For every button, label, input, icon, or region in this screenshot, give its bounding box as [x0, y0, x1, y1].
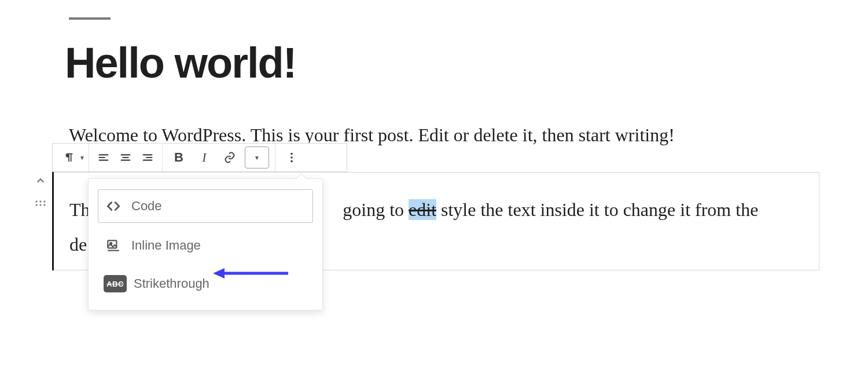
- svg-point-16: [290, 156, 293, 159]
- svg-point-17: [290, 160, 293, 163]
- post-title[interactable]: Hello world!: [65, 38, 296, 87]
- svg-point-2: [43, 200, 45, 202]
- svg-point-1: [39, 200, 41, 202]
- title-divider: [69, 17, 111, 20]
- para-text-seg: Th: [69, 199, 90, 220]
- block-options-button[interactable]: [279, 145, 304, 170]
- menu-item-label: Code: [131, 199, 162, 214]
- align-left-button[interactable]: [93, 145, 115, 170]
- menu-item-inline-image[interactable]: Inline Image: [98, 229, 313, 262]
- svg-marker-22: [213, 268, 225, 279]
- move-up-button[interactable]: [32, 175, 49, 187]
- menu-item-code[interactable]: Code: [98, 189, 313, 223]
- svg-point-4: [39, 204, 41, 206]
- para-text-seg: going to: [343, 199, 409, 220]
- link-button[interactable]: [217, 145, 242, 170]
- inline-image-icon: [104, 236, 123, 255]
- block-type-paragraph-button[interactable]: [56, 145, 82, 170]
- align-right-button[interactable]: [137, 145, 159, 170]
- drag-handle[interactable]: [32, 197, 49, 209]
- block-mover: [32, 175, 49, 209]
- block-selected-indicator: [52, 172, 54, 270]
- svg-point-5: [43, 204, 45, 206]
- block-toolbar: ▼ B I ▼: [52, 143, 347, 172]
- svg-point-3: [35, 204, 37, 206]
- menu-item-label: Strikethrough: [134, 276, 209, 291]
- para-text-seg: style the text inside it to change it fr…: [436, 199, 758, 220]
- chevron-down-icon: ▼: [254, 155, 260, 161]
- menu-item-label: Inline Image: [131, 238, 201, 253]
- more-formats-dropdown-menu: Code Inline Image ABC Strikethrough: [88, 178, 323, 310]
- para-text-seg: de: [69, 234, 87, 255]
- selected-strikethrough-text: edit: [409, 199, 436, 220]
- more-formats-dropdown-button[interactable]: ▼: [245, 146, 269, 168]
- align-center-button[interactable]: [115, 145, 137, 170]
- code-icon: [104, 196, 123, 216]
- block-type-caret-icon: ▼: [79, 155, 85, 161]
- italic-button[interactable]: I: [192, 145, 217, 170]
- annotation-arrow: [213, 266, 289, 281]
- bold-button[interactable]: B: [166, 145, 192, 170]
- svg-point-0: [35, 200, 37, 202]
- svg-point-15: [290, 153, 293, 155]
- strikethrough-icon: ABC: [104, 275, 127, 292]
